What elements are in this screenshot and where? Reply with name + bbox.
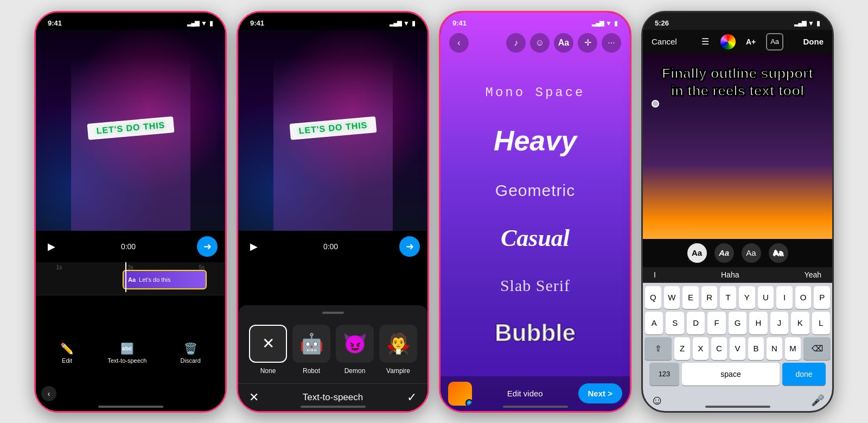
voice-none-avatar: ✕ — [249, 325, 287, 363]
font-style-option-4[interactable]: Aa — [769, 243, 788, 263]
voice-item-none[interactable]: ✕ None — [249, 325, 287, 375]
key-y[interactable]: Y — [739, 286, 755, 309]
more-icon-btn[interactable]: ··· — [602, 33, 621, 53]
tts-panel-2: ✕ None 🤖 Robot 😈 Demon 🧛 Vampire — [238, 305, 427, 411]
next-button-2[interactable]: ➜ — [399, 236, 420, 257]
key-z[interactable]: Z — [674, 337, 690, 360]
key-j[interactable]: J — [770, 312, 788, 334]
voice-item-demon[interactable]: 😈 Demon — [336, 325, 374, 375]
font-casual[interactable]: Casual — [501, 224, 570, 252]
key-p[interactable]: P — [814, 286, 830, 309]
key-123[interactable]: 123 — [649, 363, 679, 386]
timeline-clip-1[interactable]: Aa Let's do this — [123, 270, 207, 289]
autocomplete-haha[interactable]: Haha — [721, 270, 739, 279]
p4-header-tools: ☰ A+ Aa — [697, 33, 783, 50]
color-picker-4[interactable] — [720, 34, 736, 49]
autocomplete-yeah[interactable]: Yeah — [805, 270, 821, 279]
status-icons-2: ▂▄▆ ▼ ▮ — [390, 20, 416, 27]
key-u[interactable]: U — [758, 286, 774, 309]
font-bubble-label: Bubble — [495, 319, 576, 346]
key-backspace[interactable]: ⌫ — [803, 337, 831, 360]
emoji-key-4[interactable]: ☺ — [650, 393, 664, 408]
clip-text-1: Let's do this — [139, 276, 170, 283]
outline-text-4[interactable]: Finally outline supportin the reels text… — [662, 65, 813, 100]
key-e[interactable]: E — [682, 286, 699, 309]
next-button-3[interactable]: Next > — [578, 383, 622, 403]
mic-key-4[interactable]: 🎤 — [811, 394, 825, 407]
text-icon-btn[interactable]: Aa — [554, 33, 573, 53]
font-style-option-2[interactable]: Aa — [714, 243, 734, 263]
key-row-1: Q W E R T Y U I O P — [645, 286, 830, 309]
menu-icon-btn-4[interactable]: ☰ — [697, 33, 714, 50]
music-icon-btn[interactable]: ♪ — [506, 33, 526, 53]
key-l[interactable]: L — [812, 312, 830, 334]
status-icons-1: ▂▄▆ ▼ ▮ — [187, 20, 213, 27]
key-v[interactable]: V — [730, 337, 745, 360]
done-button-4[interactable]: Done — [803, 37, 824, 46]
key-i[interactable]: I — [776, 286, 793, 309]
marker-gap1 — [77, 264, 113, 270]
key-f[interactable]: F — [707, 312, 725, 334]
status-time-2: 9:41 — [250, 19, 264, 27]
back-button-3[interactable]: ‹ — [449, 33, 469, 53]
key-n[interactable]: N — [767, 337, 782, 360]
key-x[interactable]: X — [693, 337, 709, 360]
tts-confirm-button[interactable]: ✓ — [407, 390, 417, 405]
edit-action-1[interactable]: ✏️ Edit — [60, 342, 74, 364]
key-m[interactable]: M — [785, 337, 801, 360]
key-r[interactable]: R — [701, 286, 718, 309]
video-thumbnail-3[interactable]: + — [448, 382, 472, 406]
key-o[interactable]: O — [795, 286, 812, 309]
toolbar-icons-3: ♪ ☺ Aa ✛ ··· — [506, 33, 621, 53]
key-space[interactable]: space — [682, 363, 780, 386]
p4-header: Cancel ☰ A+ Aa Done — [643, 30, 832, 54]
cancel-button-4[interactable]: Cancel — [652, 37, 677, 46]
timeline-markers-1: 1s 3s 5s — [41, 264, 220, 270]
font-bubble[interactable]: Bubble — [495, 319, 576, 346]
key-b[interactable]: B — [748, 337, 764, 360]
tts-close-button[interactable]: ✕ — [249, 390, 259, 405]
key-done[interactable]: done — [782, 363, 826, 386]
key-row-4: 123 space done — [645, 363, 830, 386]
font-size-btn-4[interactable]: A+ — [742, 33, 760, 50]
play-button-2[interactable]: ▶ — [246, 238, 262, 255]
voice-item-vampire[interactable]: 🧛 Vampire — [379, 325, 417, 375]
wifi-icon-1: ▼ — [201, 20, 207, 27]
font-geometric[interactable]: Geometric — [495, 181, 575, 200]
bottom-actions-1: ‹ ✏️ Edit 🔤 Text-to-speech 🗑️ Discard — [36, 295, 225, 411]
autocomplete-i[interactable]: I — [654, 270, 656, 279]
voice-item-robot[interactable]: 🤖 Robot — [292, 325, 330, 375]
text-style-btn-4[interactable]: Aa — [766, 33, 783, 50]
key-a[interactable]: A — [645, 312, 663, 334]
timecode-2: 0:00 — [267, 242, 394, 251]
font-style-option-3[interactable]: Aa — [742, 243, 761, 263]
key-g[interactable]: G — [729, 312, 746, 334]
key-k[interactable]: K — [791, 312, 809, 334]
key-d[interactable]: D — [687, 312, 705, 334]
home-indicator-3 — [503, 406, 568, 408]
tts-label-1: Text-to-speech — [107, 357, 146, 364]
font-style-option-1[interactable]: Aa — [687, 243, 707, 263]
move-icon-btn[interactable]: ✛ — [578, 33, 597, 53]
discard-action-1[interactable]: 🗑️ Discard — [181, 342, 201, 364]
font-heavy[interactable]: Heavy — [494, 124, 577, 157]
key-q[interactable]: Q — [645, 286, 661, 309]
key-w[interactable]: W — [664, 286, 680, 309]
key-shift[interactable]: ⇧ — [644, 337, 672, 360]
font-slab-serif[interactable]: Slab Serif — [500, 276, 570, 295]
font-mono-space[interactable]: Mono Space — [485, 85, 585, 100]
tts-action-1[interactable]: 🔤 Text-to-speech — [107, 342, 146, 364]
timeline-1[interactable]: 1s 3s 5s Aa Let's do this — [36, 262, 225, 295]
discard-icon-1: 🗑️ — [184, 342, 197, 355]
key-h[interactable]: H — [749, 312, 767, 334]
key-t[interactable]: T — [720, 286, 736, 309]
key-c[interactable]: C — [711, 337, 727, 360]
status-bar-1: 9:41 ▂▄▆ ▼ ▮ — [36, 12, 225, 30]
play-button-1[interactable]: ▶ — [43, 238, 60, 255]
emoji-icon-btn[interactable]: ☺ — [530, 33, 550, 53]
keyboard-4: Q W E R T Y U I O P A S D F G H J K L — [643, 283, 832, 390]
autocomplete-row-4: I Haha Yeah — [643, 267, 832, 283]
next-button-1[interactable]: ➜ — [197, 236, 218, 257]
key-s[interactable]: S — [666, 312, 684, 334]
back-button-1[interactable]: ‹ — [41, 386, 56, 401]
